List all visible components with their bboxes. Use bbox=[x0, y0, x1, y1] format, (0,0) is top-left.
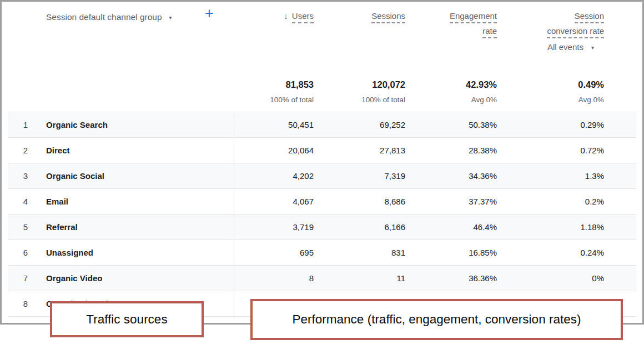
channel-name: Email bbox=[46, 189, 68, 214]
conversion-value: 0% bbox=[592, 266, 604, 291]
engagement-value: 36.36% bbox=[469, 266, 497, 291]
dimension-label: Session default channel group bbox=[46, 12, 162, 22]
column-header-session-conversion-rate[interactable]: Session conversion rate All events ▾ bbox=[547, 11, 604, 52]
channel-name: Direct bbox=[46, 138, 70, 163]
table-row: 2Direct20,06427,81328.38%0.72% bbox=[8, 137, 636, 163]
row-number: 7 bbox=[18, 266, 33, 291]
row-number: 3 bbox=[18, 163, 33, 188]
conversion-value: 0.2% bbox=[585, 189, 604, 214]
channel-name: Referral bbox=[46, 215, 78, 240]
dimension-selector[interactable]: Session default channel group ▾ bbox=[46, 12, 172, 22]
engagement-value: 46.4% bbox=[473, 215, 497, 240]
chevron-down-icon: ▾ bbox=[591, 45, 594, 51]
table-body: 1Organic Search50,45169,25250.38%0.29%2D… bbox=[8, 112, 636, 317]
row-number: 6 bbox=[18, 240, 33, 265]
table-row: 6Unassigned69583116.85%0.24% bbox=[8, 240, 636, 265]
events-filter-label: All events bbox=[547, 42, 583, 52]
channel-name: Organic Social bbox=[46, 163, 104, 188]
annotation-traffic-sources-label: Traffic sources bbox=[86, 312, 167, 327]
totals-sessions-value: 120,072 bbox=[361, 79, 405, 90]
sessions-value: 6,166 bbox=[384, 215, 405, 240]
row-number: 5 bbox=[18, 215, 33, 240]
engagement-value: 37.37% bbox=[469, 189, 497, 214]
sessions-value: 27,813 bbox=[380, 138, 405, 163]
conversion-value: 0.24% bbox=[580, 240, 604, 265]
column-header-sessions[interactable]: Sessions bbox=[371, 11, 405, 23]
users-value: 695 bbox=[300, 240, 314, 265]
row-number: 2 bbox=[18, 138, 33, 163]
row-number: 4 bbox=[18, 189, 33, 214]
engagement-header-line1[interactable]: Engagement bbox=[450, 11, 497, 23]
table-row: 7Organic Video81136.36%0% bbox=[8, 265, 636, 291]
totals-conversion-note: Avg 0% bbox=[578, 96, 604, 104]
page: Session default channel group ▾ + ↓ User… bbox=[0, 0, 644, 349]
conversion-value: 1.3% bbox=[585, 163, 604, 188]
totals-engagement-value: 42.93% bbox=[466, 79, 497, 90]
engagement-value: 16.85% bbox=[469, 240, 497, 265]
sort-descending-icon: ↓ bbox=[284, 11, 288, 21]
channel-name: Organic Search bbox=[46, 112, 108, 137]
row-number: 8 bbox=[18, 291, 33, 316]
chevron-down-icon: ▾ bbox=[169, 15, 172, 21]
add-column-button[interactable]: + bbox=[205, 6, 214, 21]
table-panel: Session default channel group ▾ + ↓ User… bbox=[0, 0, 644, 325]
users-value: 3,719 bbox=[293, 215, 314, 240]
annotation-performance-label: Performance (traffic, engagement, conver… bbox=[293, 312, 581, 327]
users-value: 20,064 bbox=[288, 138, 314, 163]
users-value: 4,202 bbox=[293, 163, 314, 188]
engagement-value: 34.36% bbox=[469, 163, 497, 188]
totals-conversion: 0.49% Avg 0% bbox=[578, 79, 604, 104]
row-number: 1 bbox=[18, 112, 33, 137]
channel-name: Unassigned bbox=[46, 240, 93, 265]
conversion-header-line1[interactable]: Session bbox=[575, 11, 604, 23]
totals-users-value: 81,853 bbox=[270, 79, 314, 90]
conversion-value: 1.18% bbox=[580, 215, 604, 240]
column-divider bbox=[234, 112, 234, 316]
sessions-value: 8,686 bbox=[384, 189, 405, 214]
totals-engagement-note: Avg 0% bbox=[466, 96, 497, 104]
annotation-performance: Performance (traffic, engagement, conver… bbox=[250, 299, 623, 340]
column-header-users[interactable]: ↓ Users bbox=[284, 11, 314, 23]
sessions-value: 7,319 bbox=[384, 163, 405, 188]
annotation-traffic-sources: Traffic sources bbox=[50, 301, 204, 337]
totals-conversion-value: 0.49% bbox=[578, 79, 604, 90]
users-value: 8 bbox=[309, 266, 314, 291]
sessions-value: 11 bbox=[396, 266, 405, 291]
table-row: 5Referral3,7196,16646.4%1.18% bbox=[8, 214, 636, 240]
engagement-header-line2[interactable]: rate bbox=[482, 26, 497, 38]
totals-users: 81,853 100% of total bbox=[270, 79, 314, 104]
table-row: 4Email4,0678,68637.37%0.2% bbox=[8, 188, 636, 214]
totals-sessions-note: 100% of total bbox=[361, 96, 405, 104]
table-row: 1Organic Search50,45169,25250.38%0.29% bbox=[8, 112, 636, 137]
sessions-value: 831 bbox=[391, 240, 405, 265]
sessions-header-label[interactable]: Sessions bbox=[371, 11, 405, 23]
engagement-value: 28.38% bbox=[469, 138, 497, 163]
conversion-header-line2[interactable]: conversion rate bbox=[547, 26, 604, 38]
column-header-engagement-rate[interactable]: Engagement rate bbox=[450, 11, 497, 38]
conversion-value: 0.72% bbox=[580, 138, 604, 163]
users-value: 50,451 bbox=[288, 112, 314, 137]
conversion-event-filter[interactable]: All events ▾ bbox=[547, 42, 594, 52]
engagement-value: 50.38% bbox=[469, 112, 497, 137]
totals-users-note: 100% of total bbox=[270, 96, 314, 104]
users-header-label[interactable]: Users bbox=[292, 11, 314, 23]
table-row: 3Organic Social4,2027,31934.36%1.3% bbox=[8, 163, 636, 188]
sessions-value: 69,252 bbox=[380, 112, 405, 137]
channel-name: Organic Video bbox=[46, 266, 102, 291]
users-value: 4,067 bbox=[293, 189, 314, 214]
totals-engagement: 42.93% Avg 0% bbox=[466, 79, 497, 104]
conversion-value: 0.29% bbox=[580, 112, 604, 137]
totals-sessions: 120,072 100% of total bbox=[361, 79, 405, 104]
